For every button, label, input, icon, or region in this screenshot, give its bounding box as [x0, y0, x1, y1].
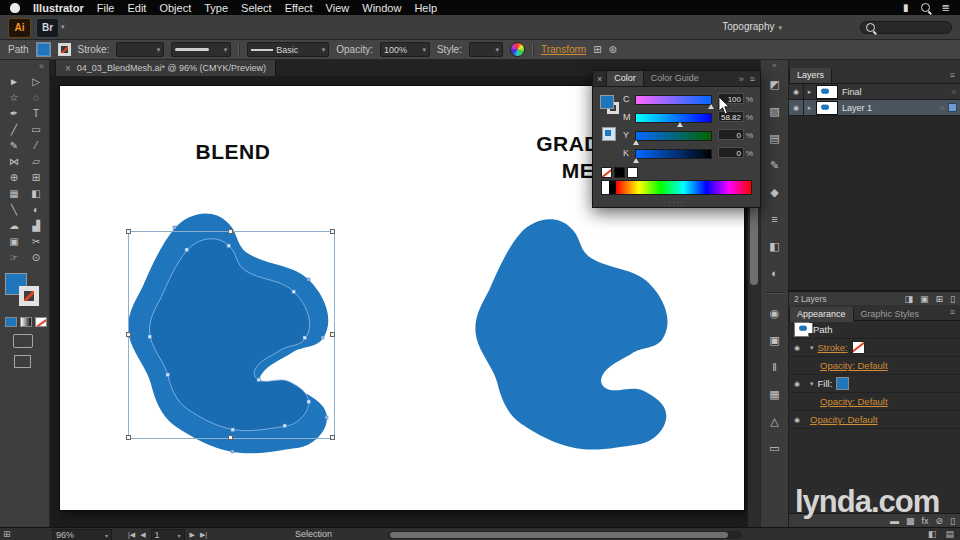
layer-thumbnail[interactable]	[816, 85, 838, 99]
gradient-tool[interactable]: ◧	[25, 185, 47, 201]
stroke-weight-combo[interactable]: ▾	[116, 42, 164, 57]
layer-thumbnail[interactable]	[816, 101, 838, 115]
previous-artboard-icon[interactable]: ◀	[140, 531, 145, 539]
make-clipping-mask-icon[interactable]: ◨	[904, 294, 913, 304]
appearance-label[interactable]: Opacity: Default	[810, 414, 878, 425]
appearance-row-stroke-[interactable]: ◉▾Stroke:	[789, 339, 960, 357]
spectrum-black-end[interactable]	[609, 181, 616, 194]
appearance-row-path[interactable]: Path	[789, 321, 960, 339]
delete-layer-icon[interactable]: ▯	[950, 294, 955, 304]
rectangle-tool[interactable]: ▭	[25, 121, 47, 137]
column-graph-tool[interactable]: ▟	[25, 217, 47, 233]
target-circle-icon[interactable]: ○	[951, 87, 956, 96]
artboard-number-combo[interactable]: 1 ▾	[151, 529, 185, 540]
paintbrush-tool[interactable]: ✎	[3, 137, 25, 153]
slider-value-field[interactable]: 0	[718, 147, 744, 158]
document-tab[interactable]: × 04_03_BlendMesh.ai* @ 96% (CMYK/Previe…	[55, 60, 276, 76]
selection-tool[interactable]: ►	[3, 73, 25, 89]
pathfinder-panel-icon[interactable]: ▦	[766, 386, 783, 402]
direct-selection-tool[interactable]: ▷	[25, 73, 47, 89]
selection-handle-ne[interactable]	[330, 229, 335, 234]
panel-menu-icon[interactable]: ≡	[950, 307, 955, 317]
slider-thumb[interactable]	[633, 158, 639, 163]
transform-panel-icon[interactable]: △	[766, 413, 783, 429]
fill-stroke-proxy[interactable]	[600, 95, 622, 117]
perspective-grid-tool[interactable]: ⊞	[25, 169, 47, 185]
selection-handle-s[interactable]	[228, 435, 233, 440]
color-button[interactable]	[5, 317, 17, 327]
appearance-row-opacity-[interactable]: Opacity: Default	[789, 393, 960, 411]
drawing-modes-button[interactable]	[13, 334, 33, 348]
type-tool[interactable]: T	[25, 105, 47, 121]
notification-center-icon[interactable]: ≣	[942, 2, 950, 13]
selection-handle-se[interactable]	[330, 435, 335, 440]
black-swatch[interactable]	[614, 167, 625, 178]
slider-value-field[interactable]: 0	[718, 129, 744, 140]
artboard-tool[interactable]: ▣	[3, 233, 25, 249]
stroke-color-swatch[interactable]	[58, 43, 71, 56]
menu-item-window[interactable]: Window	[362, 2, 401, 14]
menu-item-help[interactable]: Help	[414, 2, 437, 14]
menu-item-type[interactable]: Type	[204, 2, 228, 14]
color-guide-panel-icon[interactable]: ▧	[766, 103, 783, 119]
selection-handle-w[interactable]	[126, 332, 131, 337]
none-button[interactable]	[35, 317, 47, 327]
color-spectrum-bar[interactable]	[601, 180, 752, 195]
symbols-panel-icon[interactable]: ◆	[766, 184, 783, 200]
artboard-grid-icon[interactable]: ⊞	[3, 529, 11, 539]
graphic-style-combo[interactable]: ▾	[469, 42, 503, 57]
hand-tool[interactable]: ☞	[3, 249, 25, 265]
opacity-combo[interactable]: 100%▾	[380, 42, 430, 57]
expand-arrow-icon[interactable]: ▾	[810, 380, 814, 388]
none-swatch[interactable]	[601, 167, 612, 178]
collapse-tools-icon[interactable]: «	[0, 60, 49, 73]
color-panel-icon[interactable]: ◩	[766, 76, 783, 92]
line-segment-tool[interactable]: ╱	[3, 121, 25, 137]
tab-appearance[interactable]: Appearance	[789, 307, 854, 322]
width-tool[interactable]: ⋈	[3, 153, 25, 169]
spotlight-search-icon[interactable]	[921, 3, 930, 12]
visibility-eye-icon[interactable]: ◉	[789, 84, 804, 99]
search-field[interactable]	[860, 21, 952, 34]
visibility-eye-icon[interactable]: ◉	[789, 100, 804, 115]
next-artboard-icon[interactable]: ▶	[190, 531, 195, 539]
free-transform-tool[interactable]: ▱	[25, 153, 47, 169]
horizontal-scrollbar-thumb[interactable]	[390, 532, 728, 538]
panel-resize-grip[interactable]: ∙∙∙∙	[593, 198, 760, 207]
grid-view-icon[interactable]: ▤	[945, 529, 954, 539]
workspace-switcher[interactable]: Topography▾	[722, 21, 782, 32]
graphic-styles-panel-icon[interactable]: ▣	[766, 332, 783, 348]
zoom-tool[interactable]: ⊙	[25, 249, 47, 265]
gradient-mesh-shape-artwork[interactable]	[462, 216, 694, 456]
lasso-tool[interactable]: ◌	[25, 89, 47, 105]
transparency-panel-icon[interactable]: ◐	[766, 265, 783, 281]
new-layer-icon[interactable]: ⊞	[936, 294, 944, 304]
tab-color[interactable]: Color	[606, 71, 644, 86]
appearance-label[interactable]: Stroke:	[818, 342, 848, 353]
expand-panels-icon[interactable]: «	[761, 60, 788, 72]
stroke-swatch[interactable]	[19, 286, 39, 306]
apple-icon[interactable]	[10, 3, 20, 13]
slider-track[interactable]	[635, 113, 712, 123]
preferences-icon[interactable]: ⊛	[609, 44, 617, 55]
battery-icon[interactable]: ▮	[903, 2, 909, 13]
appearance-label[interactable]: Opacity: Default	[820, 396, 888, 407]
layer-row-layer-1[interactable]: ◉▸Layer 1○	[789, 100, 960, 116]
delete-item-icon[interactable]: ▯	[950, 516, 955, 526]
spectrum-rainbow[interactable]	[616, 181, 751, 194]
slider-track[interactable]	[635, 149, 712, 159]
expand-arrow-icon[interactable]: ▸	[804, 84, 815, 99]
zoom-level-combo[interactable]: 96% ▾	[52, 529, 112, 540]
stroke-panel-icon[interactable]: ≡	[766, 211, 783, 227]
close-panel-icon[interactable]: ×	[593, 74, 606, 84]
appearance-row-opacity-[interactable]: Opacity: Default	[789, 357, 960, 375]
mesh-tool[interactable]: ▦	[3, 185, 25, 201]
visibility-eye-icon[interactable]: ◉	[794, 344, 806, 352]
selection-handle-e[interactable]	[330, 332, 335, 337]
menu-item-illustrator[interactable]: Illustrator	[33, 2, 84, 14]
last-artboard-icon[interactable]: ▶|	[200, 531, 207, 539]
align-objects-icon[interactable]: ⊞	[593, 44, 601, 55]
menu-item-file[interactable]: File	[97, 2, 115, 14]
bridge-launch-button[interactable]: Br	[36, 18, 59, 38]
recolor-artwork-icon[interactable]	[510, 42, 525, 57]
